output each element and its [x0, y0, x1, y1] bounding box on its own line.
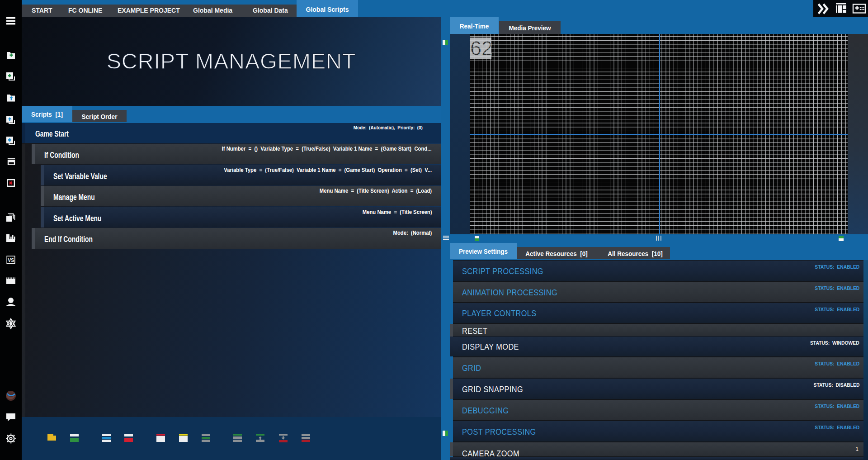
svg-text:VS: VS	[8, 257, 14, 263]
